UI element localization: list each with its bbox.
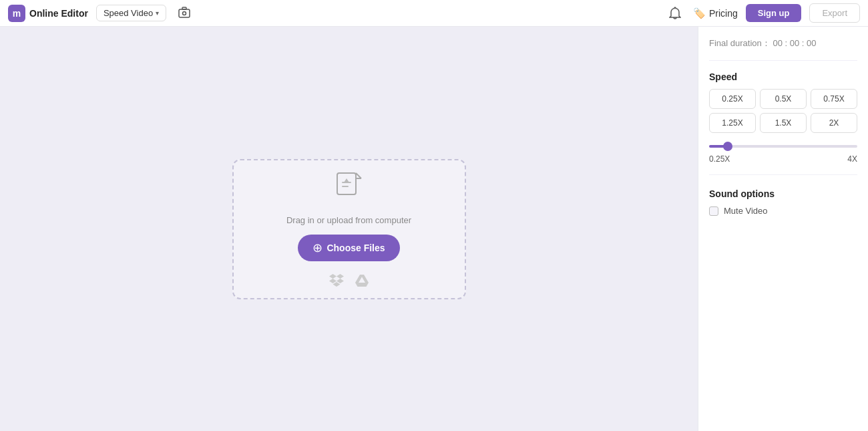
drag-text: Drag in or upload from computer <box>286 215 411 225</box>
speed-button-05x[interactable]: 0.5X <box>760 89 807 109</box>
cloud-storage-icons <box>329 273 369 290</box>
speed-section-title: Speed <box>709 71 857 82</box>
mute-video-checkbox[interactable] <box>709 206 718 216</box>
final-duration-label: Final duration： <box>709 38 771 48</box>
logo-area: m Online Editor <box>8 5 88 22</box>
plus-icon: ⊕ <box>312 241 322 255</box>
choose-files-button[interactable]: ⊕ Choose Files <box>298 235 399 261</box>
mute-video-row: Mute Video <box>709 206 857 216</box>
export-button[interactable]: Export <box>809 3 860 23</box>
sound-options-title: Sound options <box>709 188 857 199</box>
speed-button-2x[interactable]: 2X <box>811 113 857 133</box>
speed-button-125x[interactable]: 1.25X <box>709 113 756 133</box>
slider-labels: 0.25X 4X <box>709 154 857 164</box>
upload-file-icon <box>333 168 365 206</box>
upload-drop-zone[interactable]: Drag in or upload from computer ⊕ Choose… <box>232 159 466 299</box>
speed-slider-container: 0.25X 4X <box>709 138 857 164</box>
speed-video-label: Speed Video <box>103 8 153 18</box>
final-duration: Final duration： 00 : 00 : 00 <box>709 37 857 49</box>
main-area: Drag in or upload from computer ⊕ Choose… <box>0 27 868 431</box>
google-drive-icon[interactable] <box>355 273 369 290</box>
notification-bell-icon[interactable] <box>665 3 685 23</box>
speed-video-dropdown[interactable]: Speed Video ▾ <box>96 5 166 21</box>
mute-video-label: Mute Video <box>724 206 768 216</box>
chevron-down-icon: ▾ <box>156 9 159 17</box>
svg-point-2 <box>183 11 186 15</box>
speed-section: Speed 0.25X 0.5X 0.75X 1.25X 1.5X 2X 0.2… <box>709 71 857 164</box>
svg-rect-1 <box>182 7 186 9</box>
right-panel: Final duration： 00 : 00 : 00 Speed 0.25X… <box>698 27 868 431</box>
signup-button[interactable]: Sign up <box>746 4 802 22</box>
divider-1 <box>709 60 857 61</box>
slider-max-label: 4X <box>847 154 857 164</box>
speed-button-075x[interactable]: 0.75X <box>811 89 857 109</box>
header: m Online Editor Speed Video ▾ 🏷️ Pricing… <box>0 0 868 27</box>
pricing-button[interactable]: 🏷️ Pricing <box>693 7 738 19</box>
slider-min-label: 0.25X <box>709 154 730 164</box>
canvas-area: Drag in or upload from computer ⊕ Choose… <box>0 27 698 431</box>
pricing-icon: 🏷️ <box>693 7 706 19</box>
sound-options-section: Sound options Mute Video <box>709 188 857 216</box>
choose-files-label: Choose Files <box>327 243 385 253</box>
app-logo-icon: m <box>8 5 25 22</box>
speed-slider[interactable] <box>709 145 857 148</box>
divider-2 <box>709 174 857 175</box>
screenshot-icon[interactable] <box>174 3 194 23</box>
dropbox-icon[interactable] <box>329 273 344 290</box>
speed-button-15x[interactable]: 1.5X <box>760 113 807 133</box>
duration-value: 00 : 00 : 00 <box>773 38 816 48</box>
pricing-label: Pricing <box>709 8 738 19</box>
svg-rect-3 <box>337 173 356 194</box>
header-right: 🏷️ Pricing Sign up Export <box>665 3 860 23</box>
app-title: Online Editor <box>29 8 88 19</box>
speed-button-025x[interactable]: 0.25X <box>709 89 756 109</box>
svg-rect-0 <box>179 9 190 17</box>
speed-buttons-grid: 0.25X 0.5X 0.75X 1.25X 1.5X 2X <box>709 89 857 133</box>
